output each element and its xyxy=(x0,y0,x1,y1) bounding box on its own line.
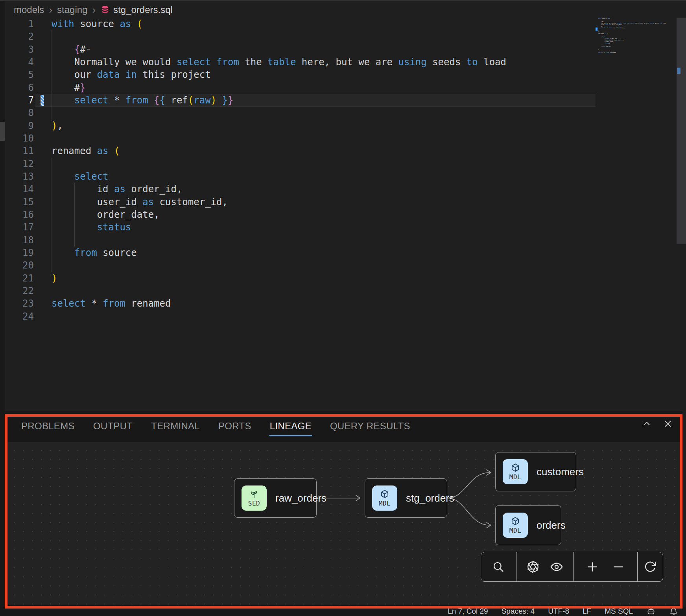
line-number[interactable]: 9 xyxy=(5,120,34,132)
eye-button[interactable] xyxy=(550,560,564,574)
status-item-utf-8[interactable]: UTF-8 xyxy=(548,607,569,616)
status-item-spaces-4[interactable]: Spaces: 4 xyxy=(502,607,535,616)
line-number[interactable]: 2 xyxy=(5,30,34,43)
line-number[interactable]: 11 xyxy=(5,145,34,157)
code-line-19[interactable]: 19 from source xyxy=(5,246,686,259)
line-number[interactable]: 17 xyxy=(5,221,34,234)
code-line-6[interactable]: 6 #} xyxy=(5,81,686,94)
breadcrumb: models › staging › stg_orders.sql xyxy=(14,3,173,17)
node-label: orders xyxy=(537,519,566,531)
line-number[interactable]: 6 xyxy=(5,81,34,94)
line-number[interactable]: 23 xyxy=(5,297,34,310)
lineage-toolbar xyxy=(481,552,663,582)
code-line-7[interactable]: 7 select * from {{ ref(raw) }} xyxy=(5,94,686,107)
code-line-11[interactable]: 11renamed as ( xyxy=(5,145,686,157)
refresh-button[interactable] xyxy=(644,560,657,574)
cube-icon xyxy=(380,489,390,499)
lineage-canvas[interactable]: SEDraw_ordersMDLstg_ordersMDLcustomersMD… xyxy=(7,442,680,605)
code-text: with source as ( xyxy=(52,18,142,30)
indent-guide xyxy=(74,234,75,246)
code-text: id as order_id, xyxy=(52,183,182,195)
status-item-ms-sql[interactable]: MS SQL xyxy=(605,607,633,616)
code-line-17[interactable]: 17 status xyxy=(5,221,686,234)
code-line-4[interactable]: 4 Normally we would select from the tabl… xyxy=(5,56,686,68)
minimap[interactable]: with source as ( {#- Normally we would s… xyxy=(598,18,671,55)
activity-bar-item[interactable] xyxy=(0,122,5,141)
line-number[interactable]: 4 xyxy=(5,56,34,68)
seedling-icon xyxy=(249,489,259,499)
code-line-20[interactable]: 20 xyxy=(5,259,686,272)
code-line-15[interactable]: 15 user_id as customer_id, xyxy=(5,196,686,208)
copilot-icon[interactable] xyxy=(646,607,656,616)
code-line-22[interactable]: 22 xyxy=(5,285,686,297)
bell-icon[interactable] xyxy=(669,607,678,616)
breadcrumb-separator: › xyxy=(49,5,52,15)
node-badge: MDL xyxy=(503,513,528,538)
code-line-12[interactable]: 12 xyxy=(5,158,686,170)
lineage-node-stg_orders[interactable]: MDLstg_orders xyxy=(365,478,447,518)
status-item-ln-7-col-29[interactable]: Ln 7, Col 29 xyxy=(448,607,488,616)
code-line-24[interactable]: 24 xyxy=(5,310,686,323)
line-number[interactable]: 15 xyxy=(5,196,34,208)
close-icon[interactable] xyxy=(663,419,673,428)
panel-tab-query-results[interactable]: QUERY RESULTS xyxy=(330,417,410,437)
chevron-up-icon[interactable] xyxy=(642,419,651,428)
line-number[interactable]: 22 xyxy=(5,285,34,297)
lineage-node-customers[interactable]: MDLcustomers xyxy=(495,452,576,491)
breadcrumb-item-models[interactable]: models xyxy=(14,4,44,15)
line-number[interactable]: 3 xyxy=(5,43,34,56)
code-line-1[interactable]: 1with source as ( xyxy=(5,18,686,30)
line-number[interactable]: 14 xyxy=(5,183,34,195)
zoom-out-button[interactable] xyxy=(611,560,625,574)
line-number[interactable]: 13 xyxy=(5,170,34,183)
code-line-23[interactable]: 23select * from renamed xyxy=(5,297,686,310)
zoom-in-button[interactable] xyxy=(585,560,599,574)
breadcrumb-item-file[interactable]: stg_orders.sql xyxy=(100,4,173,15)
zoom-out-icon xyxy=(611,560,625,574)
code-text: renamed as ( xyxy=(52,145,120,157)
indent-guide xyxy=(52,30,52,43)
breadcrumb-item-staging[interactable]: staging xyxy=(57,4,87,15)
code-line-2[interactable]: 2 xyxy=(5,30,686,43)
line-number[interactable]: 24 xyxy=(5,310,34,323)
line-number[interactable]: 21 xyxy=(5,272,34,285)
code-line-13[interactable]: 13 select xyxy=(5,170,686,183)
editor-scrollbar[interactable] xyxy=(677,18,686,244)
code-line-16[interactable]: 16 order_date, xyxy=(5,208,686,221)
database-icon xyxy=(100,5,110,15)
modified-line-decoration xyxy=(41,95,44,106)
search-button[interactable] xyxy=(492,560,505,574)
line-number[interactable]: 18 xyxy=(5,234,34,246)
lineage-node-raw_orders[interactable]: SEDraw_orders xyxy=(234,478,317,518)
search-icon xyxy=(492,560,505,574)
code-line-14[interactable]: 14 id as order_id, xyxy=(5,183,686,195)
code-line-8[interactable]: 8 xyxy=(5,107,686,119)
code-line-3[interactable]: 3 {#- xyxy=(5,43,686,56)
line-number[interactable]: 10 xyxy=(5,132,34,145)
line-number[interactable]: 19 xyxy=(5,246,34,259)
panel-tab-lineage[interactable]: LINEAGE xyxy=(270,417,312,437)
line-number[interactable]: 7 xyxy=(5,94,34,107)
code-line-21[interactable]: 21) xyxy=(5,272,686,285)
code-line-9[interactable]: 9), xyxy=(5,120,686,132)
code-line-10[interactable]: 10 xyxy=(5,132,686,145)
panel-tab-terminal[interactable]: TERMINAL xyxy=(151,417,200,437)
code-text: {#- xyxy=(52,43,91,56)
panel-tab-problems[interactable]: PROBLEMS xyxy=(21,417,75,437)
aperture-button[interactable] xyxy=(526,560,540,574)
code-line-18[interactable]: 18 xyxy=(5,234,686,246)
indent-guide xyxy=(52,234,52,246)
line-number[interactable]: 12 xyxy=(5,158,34,170)
line-number[interactable]: 20 xyxy=(5,259,34,272)
code-editor[interactable]: 1with source as (23 {#-4 Normally we wou… xyxy=(5,18,686,323)
line-number[interactable]: 16 xyxy=(5,208,34,221)
node-badge: SED xyxy=(242,485,267,511)
code-line-5[interactable]: 5 our data in this project xyxy=(5,68,686,81)
line-number[interactable]: 1 xyxy=(5,18,34,30)
status-item-lf[interactable]: LF xyxy=(583,607,591,616)
panel-tab-output[interactable]: OUTPUT xyxy=(93,417,133,437)
line-number[interactable]: 8 xyxy=(5,107,34,119)
line-number[interactable]: 5 xyxy=(5,68,34,81)
panel-tab-ports[interactable]: PORTS xyxy=(218,417,251,437)
lineage-node-orders[interactable]: MDLorders xyxy=(495,505,561,545)
